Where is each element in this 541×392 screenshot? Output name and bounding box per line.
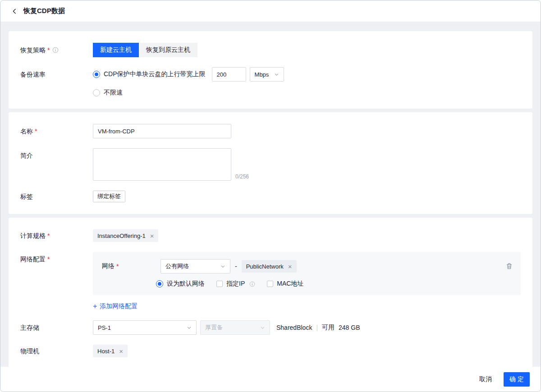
page-title: 恢复CDP数据	[23, 7, 65, 15]
instance-offering-label: 计算规格*	[20, 229, 93, 242]
confirm-button[interactable]: 确 定	[504, 372, 530, 387]
storage-available-value: 248 GB	[339, 324, 360, 331]
required-mark: *	[47, 229, 50, 242]
required-mark: *	[35, 124, 37, 138]
cancel-button[interactable]: 取消	[476, 373, 495, 386]
default-network-label: 设为默认网络	[167, 280, 205, 288]
network-config-controls: 网络* 公有网络 - PublicNetwork ×	[93, 252, 521, 310]
radio-checked-icon	[93, 71, 100, 78]
name-row: 名称*	[20, 124, 521, 138]
chevron-down-icon	[274, 72, 279, 77]
mac-address-checkbox[interactable]: MAC地址	[267, 280, 303, 288]
description-controls: 0/256	[93, 148, 521, 181]
host-controls: Host-1 ×	[93, 345, 521, 357]
chevron-left-icon	[11, 8, 18, 14]
instance-offering-row: 计算规格* InstanceOffering-1 ×	[20, 229, 521, 242]
network-panel: 网络* 公有网络 - PublicNetwork ×	[93, 252, 521, 295]
description-row: 简介 0/256	[20, 148, 521, 181]
instance-offering-tag: InstanceOffering-1 ×	[93, 229, 158, 242]
mac-address-label: MAC地址	[277, 280, 303, 288]
network-options-row: 设为默认网络 指定IP MAC地址	[156, 280, 512, 288]
content: 恢复策略* 新建云主机 恢复到原云主机 备份速率	[0, 22, 541, 367]
network-inner-label: 网络*	[102, 262, 156, 270]
restore-strategy-row: 恢复策略* 新建云主机 恢复到原云主机	[20, 43, 521, 57]
required-mark: *	[47, 252, 50, 266]
tab-restore-original-vm[interactable]: 恢复到原云主机	[139, 43, 197, 57]
chevron-down-icon	[260, 325, 265, 330]
required-mark: *	[47, 43, 50, 57]
rate-unlimited-option-label: 不限速	[104, 89, 123, 97]
header: 恢复CDP数据	[0, 0, 541, 22]
checkbox-icon	[267, 281, 273, 287]
radio-checked-icon	[156, 280, 163, 287]
add-network-config-label: 添加网络配置	[100, 302, 138, 310]
dash-separator: -	[235, 263, 237, 270]
tag-row: 标签 绑定标签	[20, 191, 521, 202]
network-config-row: 网络配置* 网络* 公有网络 -	[20, 252, 521, 310]
primary-storage-row: 主存储 PS-1 厚置备 SharedBlock | 可用	[20, 320, 521, 335]
backup-rate-controls: CDP保护中单块云盘的上行带宽上限 Mbps 不限速	[93, 67, 521, 97]
bandwidth-limit-input[interactable]	[212, 67, 246, 82]
specify-ip-label: 指定IP	[226, 280, 245, 288]
network-type-value: 公有网络	[165, 262, 189, 270]
checkbox-icon	[216, 281, 223, 287]
trash-icon	[506, 263, 513, 269]
default-network-radio[interactable]: 设为默认网络	[156, 280, 205, 288]
host-row: 物理机 Host-1 ×	[20, 345, 521, 357]
strategy-card: 恢复策略* 新建云主机 恢复到原云主机 备份速率	[9, 31, 532, 109]
network-config-label: 网络配置*	[20, 252, 93, 266]
provision-type-value: 厚置备	[205, 324, 223, 332]
restore-cdp-page: 恢复CDP数据 恢复策略* 新建云主机 恢复到原云主机	[0, 0, 541, 392]
info-icon[interactable]	[52, 47, 59, 53]
name-label: 名称*	[20, 124, 93, 138]
tag-label: 标签	[20, 191, 93, 202]
chevron-down-icon	[220, 264, 225, 269]
plus-icon: +	[93, 303, 97, 310]
host-label: 物理机	[20, 345, 93, 357]
rate-limit-option-row: CDP保护中单块云盘的上行带宽上限 Mbps	[93, 67, 521, 82]
description-textarea[interactable]	[93, 148, 231, 181]
specify-ip-checkbox[interactable]: 指定IP	[216, 280, 255, 288]
storage-type: SharedBlock	[276, 324, 312, 331]
restore-strategy-controls: 新建云主机 恢复到原云主机	[93, 43, 521, 57]
storage-info: SharedBlock | 可用 248 GB	[276, 324, 360, 332]
network-tag-label: PublicNetwork	[246, 263, 284, 270]
close-icon[interactable]: ×	[288, 263, 292, 270]
tag-controls: 绑定标签	[93, 191, 521, 202]
host-tag: Host-1 ×	[93, 345, 128, 357]
primary-storage-label: 主存储	[20, 320, 93, 335]
name-input[interactable]	[93, 124, 231, 138]
description-label: 简介	[20, 148, 93, 163]
strategy-segmented-control: 新建云主机 恢复到原云主机	[93, 43, 197, 57]
config-card: 计算规格* InstanceOffering-1 × 网络配置*	[9, 218, 532, 367]
close-icon[interactable]: ×	[150, 232, 154, 239]
bind-tag-button[interactable]: 绑定标签	[93, 191, 125, 202]
network-tag: PublicNetwork ×	[242, 260, 297, 273]
back-button[interactable]	[11, 8, 18, 14]
rate-limit-radio[interactable]: CDP保护中单块云盘的上行带宽上限	[93, 70, 206, 78]
tab-new-vm[interactable]: 新建云主机	[93, 43, 139, 57]
chevron-down-icon	[187, 325, 192, 330]
char-counter: 0/256	[235, 173, 249, 180]
storage-available-label: 可用	[322, 324, 335, 332]
network-type-select[interactable]: 公有网络	[160, 259, 230, 273]
backup-rate-row: 备份速率 CDP保护中单块云盘的上行带宽上限 Mbps	[20, 67, 521, 97]
info-icon[interactable]	[249, 281, 255, 287]
instance-offering-tag-label: InstanceOffering-1	[97, 232, 146, 239]
add-network-config-link[interactable]: + 添加网络配置	[93, 302, 138, 310]
primary-storage-select[interactable]: PS-1	[93, 320, 197, 335]
name-controls	[93, 124, 521, 138]
provision-type-select: 厚置备	[200, 320, 270, 335]
close-icon[interactable]: ×	[119, 348, 123, 355]
instance-offering-controls: InstanceOffering-1 ×	[93, 229, 521, 242]
radio-unchecked-icon	[93, 89, 100, 96]
basic-info-card: 名称* 简介 0/256 标签 绑定	[9, 112, 532, 214]
primary-storage-controls: PS-1 厚置备 SharedBlock | 可用 248 GB	[93, 320, 521, 335]
host-tag-label: Host-1	[97, 348, 115, 355]
bandwidth-unit-select[interactable]: Mbps	[250, 67, 284, 82]
delete-network-button[interactable]	[506, 263, 513, 269]
primary-storage-value: PS-1	[98, 324, 111, 331]
bandwidth-unit-value: Mbps	[255, 71, 269, 78]
rate-limit-option-label: CDP保护中单块云盘的上行带宽上限	[104, 70, 206, 78]
rate-unlimited-radio[interactable]: 不限速	[93, 89, 123, 97]
